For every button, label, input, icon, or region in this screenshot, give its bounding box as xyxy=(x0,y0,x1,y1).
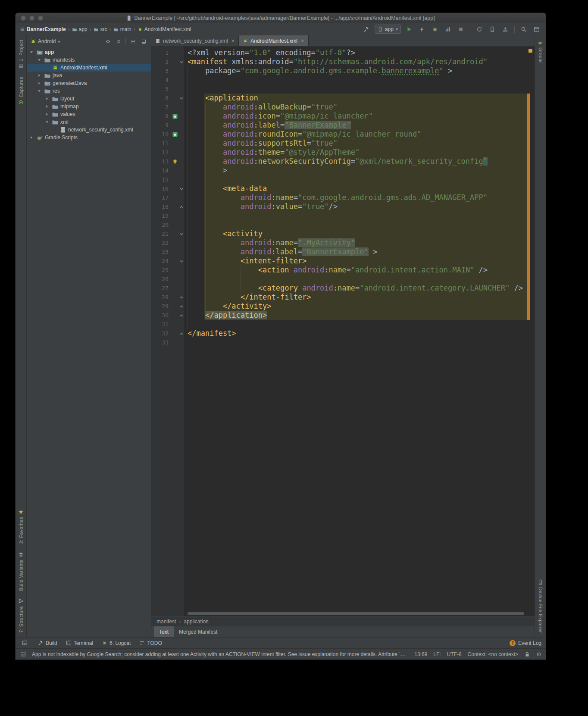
code-line-4[interactable]: 4 xyxy=(151,75,535,84)
tool-button-build-variants[interactable]: Build Variants xyxy=(18,552,24,591)
nav-breadcrumb-BannerExample[interactable]: BannerExample xyxy=(20,26,66,32)
tree-right-chevron-icon[interactable] xyxy=(28,135,34,140)
project-view-selector[interactable]: Android xyxy=(38,38,56,44)
code-line-17[interactable]: 17 android:name="com.google.android.gms.… xyxy=(151,193,535,202)
code-line-7[interactable]: 7 android:allowBackup="true" xyxy=(151,103,535,112)
code-line-26[interactable]: 26 xyxy=(151,275,535,284)
tree-item-mipmap[interactable]: mipmap xyxy=(27,103,151,110)
code-line-8[interactable]: 8 android:icon="@mipmap/ic_launcher" xyxy=(151,112,535,121)
encoding-indicator[interactable]: UTF-8 xyxy=(447,651,462,657)
close-window-button[interactable] xyxy=(21,16,26,21)
breadcrumb-manifest[interactable]: manifest xyxy=(156,619,176,625)
tree-item-java[interactable]: java xyxy=(27,72,151,79)
caret-position[interactable]: 13:69 xyxy=(414,651,427,657)
tree-item-androidmanifest-xml[interactable]: AndroidManifest.xml xyxy=(27,64,151,72)
tool-button-device-file-explorer[interactable]: Device File Explorer xyxy=(538,579,543,633)
tree-down-chevron-icon[interactable] xyxy=(36,57,42,63)
code-line-1[interactable]: 1<?xml version="1.0" encoding="utf-8"?> xyxy=(151,48,535,57)
nav-breadcrumb-app[interactable]: app xyxy=(72,26,88,32)
close-tab-icon[interactable]: × xyxy=(231,38,235,44)
fold-up-icon[interactable] xyxy=(179,304,184,309)
editor-tab-AndroidManifest.xml[interactable]: AndroidManifest.xml× xyxy=(239,35,308,46)
code-line-5[interactable]: 5 xyxy=(151,84,535,94)
minimize-window-button[interactable] xyxy=(29,16,34,21)
fold-up-icon[interactable] xyxy=(179,313,184,318)
code-line-16[interactable]: 16 <meta-data xyxy=(151,184,535,193)
tree-item-gradle-scripts[interactable]: Gradle Scripts xyxy=(27,134,151,141)
hammer-button[interactable] xyxy=(362,25,371,34)
fold-up-icon[interactable] xyxy=(179,204,184,209)
tree-right-chevron-icon[interactable] xyxy=(36,73,42,78)
tree-item-generatedjava[interactable]: generatedJava xyxy=(27,79,151,87)
gear-button[interactable] xyxy=(129,38,137,45)
fold-down-icon[interactable] xyxy=(179,96,184,101)
fold-down-icon[interactable] xyxy=(179,59,184,65)
tool-button-gradle[interactable]: Gradle xyxy=(538,40,543,63)
code-line-9[interactable]: 9 android:label="BannerExample" xyxy=(151,121,535,130)
tool-window-button-todo[interactable]: TODO xyxy=(139,640,162,646)
code-line-11[interactable]: 11 android:supportsRtl="true" xyxy=(151,139,535,148)
fold-up-icon[interactable] xyxy=(179,295,184,300)
breadcrumb-application[interactable]: application xyxy=(184,619,208,625)
tree-down-chevron-icon[interactable] xyxy=(28,50,34,55)
zoom-window-button[interactable] xyxy=(38,16,43,21)
code-line-20[interactable]: 20 xyxy=(151,220,535,229)
code-line-23[interactable]: 23 android:label="BannerExample" > xyxy=(151,247,535,256)
fold-down-icon[interactable] xyxy=(179,259,184,264)
locate-button[interactable] xyxy=(104,38,112,45)
view-tab-text[interactable]: Text xyxy=(154,626,174,637)
tree-item-manifests[interactable]: manifests xyxy=(27,56,151,64)
sync-project-button[interactable] xyxy=(475,25,484,34)
android-preview-gutter-icon[interactable] xyxy=(171,131,179,138)
play-button[interactable] xyxy=(404,25,414,34)
tree-item-network-security-config-xml[interactable]: network_security_config.xml xyxy=(27,126,151,134)
code-line-24[interactable]: 24 <intent-filter> xyxy=(151,256,535,266)
hide-button[interactable] xyxy=(140,38,147,45)
toolwindow-switcher-button[interactable] xyxy=(20,638,29,648)
fold-up-icon[interactable] xyxy=(179,331,184,336)
nav-breadcrumb-src[interactable]: src xyxy=(94,26,107,32)
code-line-6[interactable]: 6 <application xyxy=(151,94,535,103)
nav-breadcrumb-main[interactable]: main xyxy=(113,26,131,32)
code-line-27[interactable]: 27 <category android:name="android.inten… xyxy=(151,284,535,293)
lock-icon[interactable] xyxy=(524,651,530,657)
tree-item-layout[interactable]: layout xyxy=(27,95,151,103)
tool-window-button-6-logcat[interactable]: 6: Logcat xyxy=(102,640,131,646)
tool-button-1-project[interactable]: 1: Project xyxy=(18,40,24,69)
layout-inspector-button[interactable] xyxy=(532,25,541,34)
collapse-button[interactable] xyxy=(115,38,122,45)
code-line-3[interactable]: 3 package="com.google.android.gms.exampl… xyxy=(151,66,535,75)
tool-button-2-favorites[interactable]: 2: Favorites xyxy=(18,509,24,544)
event-log-button[interactable]: 2Event Log xyxy=(510,640,541,646)
code-editor[interactable]: 1<?xml version="1.0" encoding="utf-8"?>2… xyxy=(151,47,535,616)
search-everywhere-button[interactable] xyxy=(519,25,529,34)
tool-window-button-build[interactable]: Build xyxy=(38,640,57,646)
fold-down-icon[interactable] xyxy=(179,231,184,237)
tree-item-res[interactable]: res xyxy=(27,87,151,95)
line-ending-indicator[interactable]: LF: xyxy=(433,651,441,657)
fold-down-icon[interactable] xyxy=(179,186,184,191)
code-line-18[interactable]: 18 android:value="true"/> xyxy=(151,202,535,211)
tree-right-chevron-icon[interactable] xyxy=(36,81,42,86)
apply-changes-button[interactable] xyxy=(417,25,427,34)
code-line-28[interactable]: 28 </intent-filter> xyxy=(151,293,535,302)
code-line-25[interactable]: 25 <action android:name="android.intent.… xyxy=(151,266,535,275)
device-manager-button[interactable] xyxy=(488,25,497,34)
status-message[interactable]: App is not indexable by Google Search; c… xyxy=(32,651,408,657)
tree-right-chevron-icon[interactable] xyxy=(44,104,50,109)
run-configuration-select[interactable]: app▾ xyxy=(375,25,401,34)
tool-button-7-structure[interactable]: 7: Structure xyxy=(18,598,24,633)
tree-item-xml[interactable]: xml xyxy=(27,118,151,126)
android-preview-gutter-icon[interactable] xyxy=(171,113,179,119)
tool-button-captures[interactable]: Captures xyxy=(18,77,24,105)
profiler-button[interactable] xyxy=(443,25,453,34)
code-line-33[interactable]: 33 xyxy=(151,338,535,347)
sdk-manager-button[interactable] xyxy=(500,25,510,34)
inspection-status-marker[interactable] xyxy=(529,49,532,53)
tree-right-chevron-icon[interactable] xyxy=(44,112,50,117)
tool-window-button-terminal[interactable]: Terminal xyxy=(66,640,93,646)
bulb-gutter-icon[interactable] xyxy=(171,159,179,165)
toolwindow-toggle-icon[interactable] xyxy=(20,651,26,657)
code-line-10[interactable]: 10 android:roundIcon="@mipmap/ic_launche… xyxy=(151,130,535,139)
code-line-21[interactable]: 21 <activity xyxy=(151,229,535,238)
